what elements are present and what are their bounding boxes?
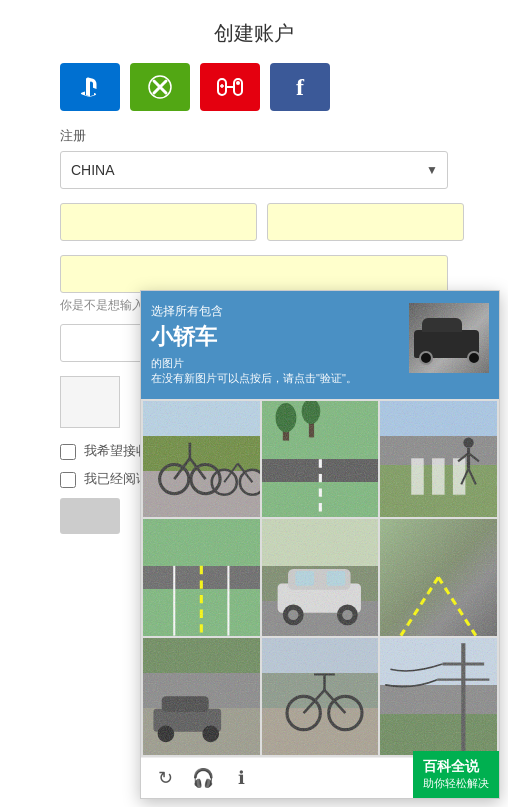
captcha-cell-7[interactable] — [143, 638, 260, 755]
playstation-button[interactable] — [60, 63, 120, 111]
cell-bg-5 — [262, 519, 379, 636]
captcha-cell-4[interactable] — [143, 519, 260, 636]
playstation-icon — [76, 73, 104, 101]
noise-cell-7 — [143, 638, 260, 755]
captcha-footer: ↻ 🎧 ℹ 百科全说 助你轻松解决 — [141, 757, 499, 798]
page-wrapper: 创建账户 — [0, 0, 508, 807]
nintendo-icon — [214, 73, 246, 101]
facebook-icon: f — [296, 74, 304, 101]
car-reference-bg — [409, 303, 489, 373]
captcha-cell-5[interactable] — [262, 519, 379, 636]
captcha-cell-2[interactable] — [262, 401, 379, 518]
noise-cell-3 — [380, 401, 497, 518]
cell-bg-4 — [143, 519, 260, 636]
captcha-input-box[interactable] — [60, 376, 120, 428]
svg-point-4 — [236, 81, 240, 85]
noise-cell-8 — [262, 638, 379, 755]
captcha-cell-8[interactable] — [262, 638, 379, 755]
checkbox-2[interactable] — [60, 472, 76, 488]
first-name-input[interactable] — [60, 203, 257, 241]
noise-cell-1 — [143, 401, 260, 518]
car-wheel-right — [467, 351, 481, 365]
cell-bg-8 — [262, 638, 379, 755]
captcha-instruction-small: 选择所有包含 — [151, 303, 399, 320]
checkbox-1[interactable] — [60, 444, 76, 460]
captcha-instruction-desc: 的图片在没有新图片可以点按后，请点击"验证"。 — [151, 356, 399, 387]
captcha-overlay: 选择所有包含 小轿车 的图片在没有新图片可以点按后，请点击"验证"。 — [140, 290, 500, 799]
info-icon[interactable]: ℹ — [229, 766, 253, 790]
last-name-input[interactable] — [267, 203, 464, 241]
captcha-reference-image — [409, 303, 489, 373]
cell-bg-7 — [143, 638, 260, 755]
baike-main-text: 百科全说 — [423, 757, 489, 777]
facebook-button[interactable]: f — [270, 63, 330, 111]
captcha-image-grid — [141, 399, 499, 757]
captcha-cell-3[interactable] — [380, 401, 497, 518]
cell-bg-6 — [380, 519, 497, 636]
register-label: 注册 — [60, 127, 448, 145]
noise-cell-4 — [143, 519, 260, 636]
noise-cell-9 — [380, 638, 497, 755]
car-wheel-left — [419, 351, 433, 365]
cell-bg-2 — [262, 401, 379, 518]
country-select[interactable]: CHINA — [60, 151, 448, 189]
baike-tooltip: 百科全说 助你轻松解决 — [413, 751, 499, 798]
noise-cell-5 — [262, 519, 379, 636]
name-row — [60, 203, 448, 241]
captcha-cell-6[interactable] — [380, 519, 497, 636]
captcha-cell-9[interactable] — [380, 638, 497, 755]
cell-bg-9 — [380, 638, 497, 755]
audio-icon[interactable]: 🎧 — [191, 766, 215, 790]
page-title: 创建账户 — [0, 0, 508, 63]
cell-bg-3 — [380, 401, 497, 518]
refresh-icon[interactable]: ↻ — [153, 766, 177, 790]
noise-cell-2 — [262, 401, 379, 518]
email-input[interactable] — [60, 255, 448, 293]
submit-button[interactable] — [60, 498, 120, 534]
xbox-button[interactable] — [130, 63, 190, 111]
noise-cell-6 — [380, 519, 497, 636]
social-buttons: f — [0, 63, 508, 127]
captcha-cell-1[interactable] — [143, 401, 260, 518]
country-select-wrap: CHINA ▼ — [60, 151, 448, 189]
baike-sub-text: 助你轻松解决 — [423, 776, 489, 791]
nintendo-button[interactable] — [200, 63, 260, 111]
captcha-instruction-big: 小轿车 — [151, 322, 399, 352]
captcha-footer-icons: ↻ 🎧 ℹ — [153, 766, 253, 790]
captcha-header: 选择所有包含 小轿车 的图片在没有新图片可以点按后，请点击"验证"。 — [141, 291, 499, 399]
cell-bg-1 — [143, 401, 260, 518]
xbox-icon — [146, 73, 174, 101]
captcha-header-text: 选择所有包含 小轿车 的图片在没有新图片可以点按后，请点击"验证"。 — [151, 303, 399, 387]
